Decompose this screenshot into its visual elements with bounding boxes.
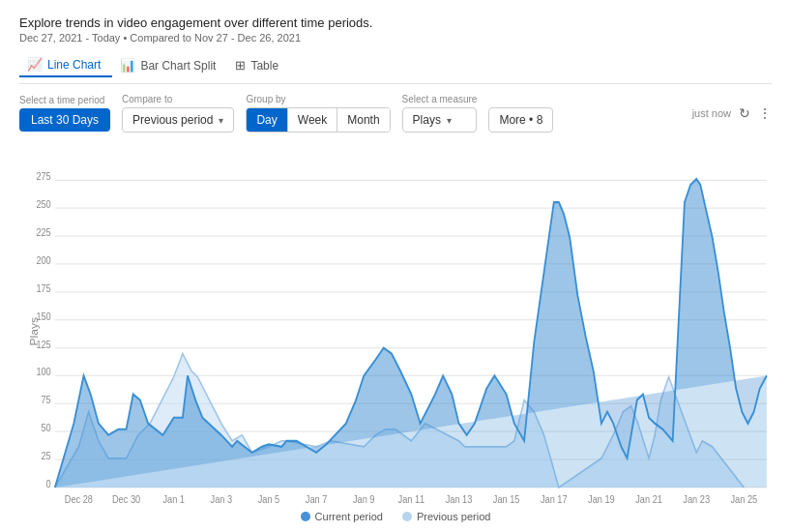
svg-text:225: 225 — [36, 226, 51, 238]
more-control: More • 8 — [488, 94, 553, 133]
svg-text:Jan 1: Jan 1 — [162, 493, 185, 505]
line-chart-icon: 📈 — [27, 57, 43, 72]
table-icon: ⊞ — [235, 58, 246, 73]
measure-control: Select a measure Plays ▾ — [402, 94, 478, 133]
chart-legend: Current period Previous period — [19, 511, 772, 522]
svg-text:Jan 15: Jan 15 — [493, 493, 520, 505]
time-period-button[interactable]: Last 30 Days — [19, 108, 110, 132]
page-subtitle: Dec 27, 2021 - Today • Compared to Nov 2… — [19, 32, 772, 44]
tab-bar-chart-split[interactable]: 📊 Bar Chart Split — [112, 54, 227, 76]
more-options-icon[interactable]: ⋮ — [758, 105, 772, 121]
svg-text:Jan 25: Jan 25 — [731, 493, 758, 505]
current-period-dot — [301, 512, 310, 521]
svg-text:0: 0 — [46, 478, 51, 489]
page-title: Explore trends in video engagement over … — [19, 15, 772, 30]
svg-text:Dec 28: Dec 28 — [65, 493, 94, 505]
group-by-button-group: Day Week Month — [246, 107, 390, 133]
current-period-area — [55, 179, 767, 488]
svg-text:50: 50 — [42, 423, 52, 434]
right-controls: just now ↻ ⋮ — [692, 105, 772, 121]
bar-chart-icon: 📊 — [120, 58, 135, 73]
chart-type-tabs: 📈 Line Chart 📊 Bar Chart Split ⊞ Table — [19, 53, 772, 84]
svg-text:Jan 17: Jan 17 — [541, 493, 568, 505]
svg-text:25: 25 — [42, 450, 52, 461]
timestamp-label: just now — [692, 107, 731, 119]
svg-text:275: 275 — [36, 171, 51, 183]
legend-current: Current period — [301, 511, 383, 522]
controls-row: Select a time period Last 30 Days Compar… — [19, 94, 772, 133]
svg-text:Jan 11: Jan 11 — [398, 493, 425, 505]
svg-text:125: 125 — [36, 339, 51, 350]
compare-to-control: Compare to Previous period ▾ — [122, 94, 234, 133]
svg-text:100: 100 — [36, 367, 51, 378]
measure-dropdown[interactable]: Plays ▾ — [402, 107, 478, 133]
svg-text:Jan 9: Jan 9 — [353, 493, 375, 505]
svg-text:Jan 13: Jan 13 — [446, 493, 473, 505]
svg-text:250: 250 — [36, 198, 51, 210]
svg-text:Jan 3: Jan 3 — [211, 493, 233, 505]
chart-svg-wrapper: Plays 0 25 50 75 100 125 150 175 200 225… — [19, 144, 772, 505]
group-by-day[interactable]: Day — [247, 108, 287, 132]
chevron-down-icon: ▾ — [219, 115, 223, 126]
svg-text:150: 150 — [36, 310, 51, 322]
group-by-week[interactable]: Week — [288, 108, 337, 132]
more-button[interactable]: More • 8 — [488, 107, 553, 133]
svg-text:Jan 23: Jan 23 — [683, 493, 710, 505]
tab-table[interactable]: ⊞ Table — [227, 54, 290, 76]
x-axis-group: Dec 28 Dec 30 Jan 1 Jan 3 Jan 5 Jan 7 Ja… — [65, 493, 758, 505]
svg-text:175: 175 — [36, 282, 51, 294]
refresh-icon[interactable]: ↻ — [739, 105, 750, 121]
time-period-control: Select a time period Last 30 Days — [19, 95, 110, 132]
previous-period-dot — [402, 512, 412, 521]
chart-svg: Plays 0 25 50 75 100 125 150 175 200 225… — [19, 144, 772, 505]
svg-text:200: 200 — [36, 254, 51, 266]
svg-text:Jan 19: Jan 19 — [588, 493, 615, 505]
svg-text:Jan 21: Jan 21 — [635, 493, 662, 505]
svg-text:Jan 5: Jan 5 — [258, 493, 280, 505]
svg-text:Jan 7: Jan 7 — [306, 493, 328, 505]
svg-text:Dec 30: Dec 30 — [112, 493, 141, 505]
chevron-down-icon: ▾ — [447, 115, 452, 126]
group-by-control: Group by Day Week Month — [246, 94, 390, 133]
svg-text:75: 75 — [42, 395, 52, 406]
chart-area: Plays 0 25 50 75 100 125 150 175 200 225… — [19, 144, 772, 505]
tab-line-chart[interactable]: 📈 Line Chart — [19, 53, 112, 77]
group-by-month[interactable]: Month — [337, 108, 389, 132]
legend-previous: Previous period — [402, 511, 490, 522]
compare-to-dropdown[interactable]: Previous period ▾ — [122, 107, 234, 133]
